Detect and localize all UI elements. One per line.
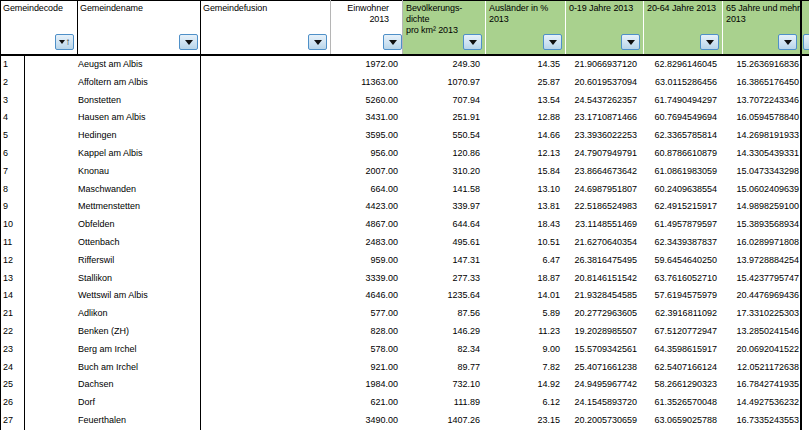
cell-code[interactable]: 3 [3, 92, 8, 110]
filter-button-age0-19[interactable] [621, 34, 640, 50]
cell-name[interactable]: Ottenbach [78, 234, 120, 252]
cell-code[interactable]: 6 [3, 145, 8, 163]
cell-age65[interactable]: 16.0289971808 [736, 234, 799, 252]
cell-einwohner[interactable]: 3595.00 [365, 127, 398, 145]
cell-auslaender[interactable]: 23.15 [537, 412, 560, 430]
cell-age20_64[interactable]: 67.5120772947 [654, 323, 717, 341]
cell-dichte[interactable]: 111.89 [454, 394, 480, 412]
cell-auslaender[interactable]: 12.13 [537, 145, 560, 163]
cell-age65[interactable]: 15.4237795747 [736, 270, 799, 288]
cell-age0_19[interactable]: 19.2028985507 [574, 323, 637, 341]
cell-auslaender[interactable]: 12.88 [537, 109, 560, 127]
cell-dichte[interactable]: 82.34 [457, 341, 480, 359]
cell-auslaender[interactable]: 25.87 [537, 74, 560, 92]
cell-age65[interactable]: 14.4927536232 [736, 394, 799, 412]
filter-button-gemeindefusion[interactable] [308, 34, 327, 50]
filter-button-auslaender[interactable] [543, 34, 562, 50]
cell-auslaender[interactable]: 10.51 [537, 234, 560, 252]
cell-code[interactable]: 25 [3, 376, 13, 394]
cell-name[interactable]: Benken (ZH) [78, 323, 129, 341]
cell-dichte[interactable]: 644.64 [452, 216, 480, 234]
cell-auslaender[interactable]: 5.89 [542, 305, 560, 323]
cell-age20_64[interactable]: 58.2661290323 [654, 376, 717, 394]
cell-einwohner[interactable]: 578.00 [370, 341, 398, 359]
cell-name[interactable]: Hausen am Albis [78, 109, 146, 127]
cell-einwohner[interactable]: 3339.00 [365, 270, 398, 288]
cell-einwohner[interactable]: 3490.00 [365, 412, 398, 430]
cell-name[interactable]: Hedingen [78, 127, 117, 145]
cell-age65[interactable]: 12.0521172638 [737, 359, 799, 377]
cell-age20_64[interactable]: 61.7490494297 [654, 92, 717, 110]
cell-age65[interactable]: 13.7072243346 [736, 92, 799, 110]
cell-code[interactable]: 27 [3, 412, 13, 430]
cell-age20_64[interactable]: 60.8786610879 [654, 145, 717, 163]
cell-dichte[interactable]: 495.61 [452, 234, 480, 252]
cell-name[interactable]: Obfelden [78, 216, 115, 234]
cell-age65[interactable]: 15.0473343298 [736, 163, 799, 181]
cell-auslaender[interactable]: 9.00 [542, 341, 560, 359]
cell-einwohner[interactable]: 1984.00 [365, 376, 398, 394]
cell-code[interactable]: 9 [3, 198, 8, 216]
cell-code[interactable]: 12 [3, 252, 13, 270]
cell-auslaender[interactable]: 15.84 [537, 163, 560, 181]
cell-einwohner[interactable]: 11363.00 [361, 74, 398, 92]
cell-age65[interactable]: 15.2636916836 [736, 56, 799, 74]
cell-dichte[interactable]: 1070.97 [447, 74, 480, 92]
cell-age0_19[interactable]: 20.2005730659 [574, 412, 637, 430]
cell-auslaender[interactable]: 6.47 [542, 252, 560, 270]
cell-einwohner[interactable]: 577.00 [370, 305, 398, 323]
cell-auslaender[interactable]: 13.10 [537, 181, 560, 199]
cell-dichte[interactable]: 339.97 [452, 198, 480, 216]
cell-einwohner[interactable]: 956.00 [370, 145, 398, 163]
cell-dichte[interactable]: 732.10 [452, 376, 480, 394]
cell-auslaender[interactable]: 13.81 [537, 198, 560, 216]
cell-dichte[interactable]: 310.20 [452, 163, 480, 181]
cell-age20_64[interactable]: 62.8296146045 [654, 56, 717, 74]
cell-age0_19[interactable]: 26.3816475495 [574, 252, 637, 270]
cell-name[interactable]: Affoltern am Albis [78, 74, 148, 92]
cell-dichte[interactable]: 147.31 [452, 252, 480, 270]
cell-age20_64[interactable]: 61.0861983059 [654, 163, 717, 181]
cell-einwohner[interactable]: 1972.00 [365, 56, 398, 74]
cell-age20_64[interactable]: 60.2409638554 [654, 181, 717, 199]
cell-dichte[interactable]: 1235.64 [447, 287, 480, 305]
cell-einwohner[interactable]: 921.00 [370, 359, 398, 377]
cell-code[interactable]: 22 [3, 323, 13, 341]
cell-auslaender[interactable]: 14.01 [537, 287, 560, 305]
cell-name[interactable]: Buch am Irchel [78, 359, 138, 377]
cell-age65[interactable]: 14.9898259100 [736, 198, 799, 216]
cell-age20_64[interactable]: 61.4957879597 [654, 216, 717, 234]
cell-einwohner[interactable]: 3431.00 [365, 109, 398, 127]
cell-name[interactable]: Adlikon [78, 305, 108, 323]
cell-code[interactable]: 14 [3, 287, 13, 305]
cell-age0_19[interactable]: 24.1545893720 [574, 394, 637, 412]
cell-einwohner[interactable]: 621.00 [370, 394, 398, 412]
cell-name[interactable]: Wettswil am Albis [78, 287, 148, 305]
cell-code[interactable]: 7 [3, 163, 8, 181]
cell-age65[interactable]: 16.3865176450 [736, 74, 799, 92]
cell-auslaender[interactable]: 13.54 [537, 92, 560, 110]
cell-einwohner[interactable]: 4646.00 [365, 287, 398, 305]
cell-dichte[interactable]: 146.29 [452, 323, 480, 341]
cell-age65[interactable]: 20.4476969436 [736, 287, 799, 305]
cell-einwohner[interactable]: 2483.00 [365, 234, 398, 252]
cell-auslaender[interactable]: 11.23 [538, 323, 560, 341]
cell-dichte[interactable]: 1407.26 [447, 412, 480, 430]
cell-age20_64[interactable]: 62.4915215917 [654, 198, 717, 216]
cell-age20_64[interactable]: 63.0115286456 [655, 74, 717, 92]
cell-dichte[interactable]: 141.58 [452, 181, 480, 199]
cell-age65[interactable]: 16.7842741935 [736, 376, 799, 394]
cell-age20_64[interactable]: 62.3365785814 [654, 127, 717, 145]
cell-age65[interactable]: 15.0602409639 [736, 181, 799, 199]
cell-age0_19[interactable]: 23.8664673642 [574, 163, 637, 181]
cell-name[interactable]: Mettmenstetten [78, 198, 140, 216]
cell-age65[interactable]: 20.0692041522 [736, 341, 799, 359]
cell-age0_19[interactable]: 22.5186524983 [574, 198, 637, 216]
cell-age20_64[interactable]: 62.3916811092 [655, 305, 717, 323]
cell-age0_19[interactable]: 24.5437262357 [574, 92, 637, 110]
cell-dichte[interactable]: 277.33 [452, 270, 480, 288]
cell-einwohner[interactable]: 664.00 [370, 181, 398, 199]
cell-age65[interactable]: 15.3893568934 [736, 216, 799, 234]
cell-code[interactable]: 8 [3, 181, 8, 199]
cell-auslaender[interactable]: 18.87 [537, 270, 560, 288]
